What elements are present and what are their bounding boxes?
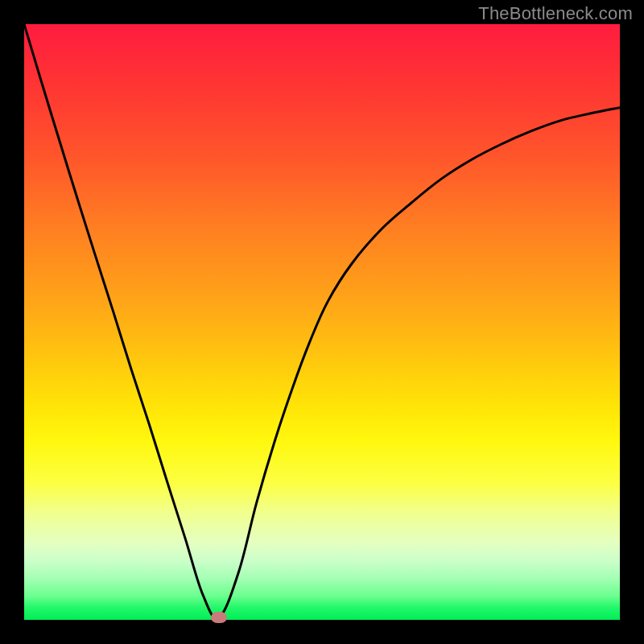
plot-area [24,24,620,620]
bottleneck-curve [24,24,620,618]
attribution-text: TheBottleneck.com [478,3,633,24]
minimum-marker [211,612,227,623]
chart-container: TheBottleneck.com [0,0,644,644]
curve-svg [24,24,620,620]
